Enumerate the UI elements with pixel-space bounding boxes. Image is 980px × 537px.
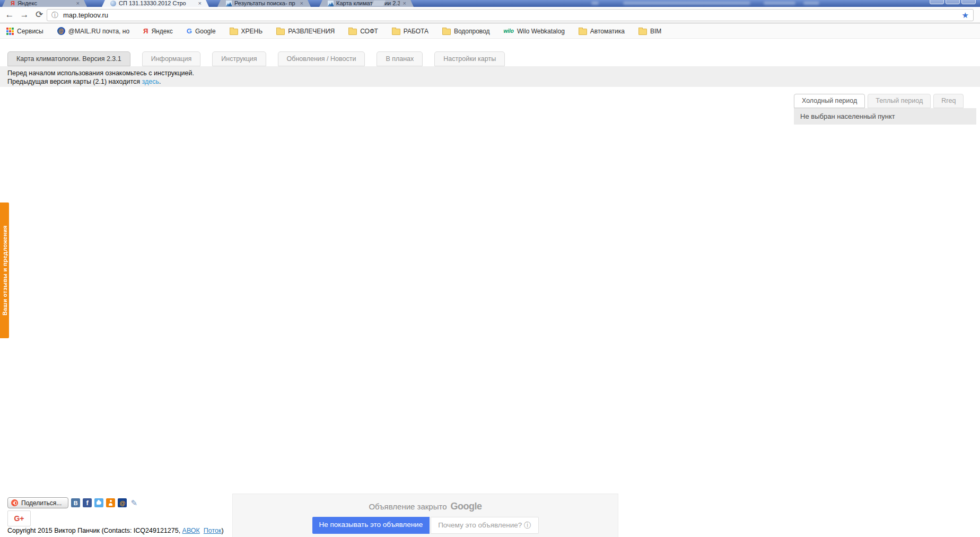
previous-version-link[interactable]: здесь bbox=[142, 78, 159, 85]
mailru-share-icon[interactable]: @ bbox=[118, 498, 127, 507]
bookmark-bim[interactable]: BIM bbox=[638, 27, 661, 35]
bookmark-google[interactable]: G Google bbox=[187, 27, 216, 35]
bookmark-avtomatika[interactable]: Автоматика bbox=[579, 27, 625, 35]
bookmark-soft[interactable]: СОФТ bbox=[348, 27, 378, 35]
bookmark-label: Водопровод bbox=[454, 28, 490, 35]
notice-line2: Предыдущая версия карты (2.1) находится … bbox=[7, 77, 980, 86]
tab-close-icon[interactable]: × bbox=[76, 1, 80, 6]
tab-nastroyki-karty[interactable]: Настройки карты bbox=[434, 51, 505, 66]
bookmark-razvlecheniya[interactable]: РАЗВЛЕЧЕНИЯ bbox=[276, 27, 335, 35]
folder-icon bbox=[348, 29, 357, 35]
titlebar-smudge bbox=[803, 2, 819, 5]
tab-karta-klimatologii[interactable]: Карта климатологии. Версия 2.3.1 bbox=[7, 51, 130, 66]
tab-rreq[interactable]: Rreq bbox=[933, 94, 964, 108]
tab-v-planah[interactable]: В планах bbox=[377, 51, 423, 66]
avok-link[interactable]: АВОК bbox=[182, 527, 200, 534]
window-titlebar: Я Яндекс × СП 131.13330.2012 Стро × Резу… bbox=[0, 0, 980, 7]
ad-closed-text: Объявление закрытоGoogle bbox=[233, 501, 618, 512]
browser-tab-sp131[interactable]: СП 131.13330.2012 Стро × bbox=[102, 0, 209, 7]
bookmark-vodoprovod[interactable]: Водопровод bbox=[442, 27, 490, 35]
bookmark-label: Сервисы bbox=[17, 28, 43, 35]
potok-link[interactable]: Поток bbox=[204, 527, 222, 534]
bookmark-servisy[interactable]: Сервисы bbox=[6, 28, 43, 35]
tab-warm-period[interactable]: Теплый период bbox=[868, 94, 931, 108]
yandex-favicon-icon: Я bbox=[11, 1, 15, 6]
bookmark-label: @MAIL.RU почта, но bbox=[68, 28, 129, 35]
folder-icon bbox=[579, 29, 587, 35]
bookmark-star-icon[interactable]: ★ bbox=[962, 11, 969, 20]
ad-closed-label: Объявление закрыто bbox=[369, 502, 447, 511]
bookmark-label: BIM bbox=[650, 28, 661, 35]
google-plus-button[interactable]: G+ bbox=[7, 510, 31, 526]
page-info-icon[interactable]: ⓘ bbox=[51, 11, 58, 20]
url-text[interactable]: map.teploov.ru bbox=[63, 11, 108, 19]
back-icon[interactable]: ← bbox=[3, 8, 16, 22]
tab-cold-period[interactable]: Холодный период bbox=[794, 94, 865, 108]
notice-line1: Перед началом использования ознакомьтесь… bbox=[7, 69, 980, 77]
links-space bbox=[200, 527, 204, 534]
yandex-icon: Я bbox=[143, 27, 148, 35]
notice-band: Перед началом использования ознакомьтесь… bbox=[0, 66, 980, 87]
browser-tab-climate-map[interactable]: Карта климатологии 2.3 × bbox=[319, 0, 414, 7]
share-icon bbox=[11, 499, 18, 506]
side-panel-message: Не выбран населенный пункт bbox=[794, 108, 976, 125]
mailru-icon: @ bbox=[57, 27, 65, 35]
tab-close-icon[interactable]: × bbox=[403, 1, 406, 6]
forward-icon[interactable]: → bbox=[18, 8, 31, 22]
folder-icon bbox=[638, 29, 647, 35]
bookmark-label: Автоматика bbox=[590, 28, 625, 35]
notice-line2-text: Предыдущая версия карты (2.1) находится bbox=[7, 78, 142, 85]
browser-toolbar: ← → ⟳ ⓘ map.teploov.ru ★ bbox=[0, 7, 980, 23]
notice-line2-period: . bbox=[159, 78, 161, 85]
folder-icon bbox=[276, 29, 285, 35]
copyright-line: Copyright 2015 Виктор Панчик (Contacts: … bbox=[7, 527, 224, 534]
ad-why-button[interactable]: Почему это объявление? ⓘ bbox=[431, 517, 538, 534]
browser-tab-title: Результаты поиска- пр bbox=[234, 0, 297, 6]
bookmark-rabota[interactable]: РАБОТА bbox=[392, 27, 428, 35]
twitter-icon[interactable] bbox=[94, 498, 103, 507]
twitter-bird-icon bbox=[97, 501, 101, 505]
ad-why-label: Почему это объявление? bbox=[438, 521, 522, 529]
close-button[interactable] bbox=[961, 0, 976, 4]
tab-close-icon[interactable]: × bbox=[300, 1, 303, 6]
ad-dismiss-button[interactable]: Не показывать это объявление bbox=[312, 517, 430, 534]
bookmark-wilo[interactable]: wilo Wilo Webkatalog bbox=[504, 28, 565, 35]
browser-tab-title: Карта климатологии 2.3 bbox=[336, 0, 400, 6]
bookmark-label: РАЗВЛЕЧЕНИЯ bbox=[288, 28, 335, 35]
address-bar[interactable]: ⓘ map.teploov.ru ★ bbox=[47, 9, 974, 21]
facebook-icon[interactable]: f bbox=[83, 498, 92, 507]
browser-window: Я Яндекс × СП 131.13330.2012 Стро × Резу… bbox=[0, 0, 980, 537]
maximize-button[interactable] bbox=[946, 0, 960, 4]
share-button-label: Поделиться... bbox=[21, 499, 62, 507]
vk-icon[interactable]: В bbox=[71, 498, 80, 507]
wilo-logo-icon: wilo bbox=[504, 28, 514, 34]
odnoklassniki-person-icon bbox=[109, 500, 112, 506]
odnoklassniki-icon[interactable] bbox=[106, 498, 115, 507]
tab-obnovleniya-novosti[interactable]: Обновления / Новости bbox=[278, 51, 365, 66]
share-button[interactable]: Поделиться... bbox=[7, 497, 68, 508]
titlebar-smudge bbox=[623, 2, 750, 5]
tab-informaciya[interactable]: Информация bbox=[142, 51, 201, 66]
bookmark-label: Google bbox=[195, 28, 216, 35]
bookmark-hren[interactable]: ХРЕНЬ bbox=[230, 27, 263, 35]
google-icon: G bbox=[187, 27, 192, 35]
reload-icon[interactable]: ⟳ bbox=[33, 8, 46, 22]
feedback-banner[interactable]: Ваши отзывы и предложения bbox=[0, 203, 9, 338]
google-logo: Google bbox=[451, 501, 482, 512]
tab-instrukciya[interactable]: Инструкция bbox=[212, 51, 266, 66]
bookmark-mailru[interactable]: @ @MAIL.RU почта, но bbox=[57, 27, 129, 35]
new-tab-button[interactable] bbox=[372, 1, 386, 6]
titlebar-smudge bbox=[591, 2, 599, 5]
side-panel-tab-bar: Холодный период Теплый период Rreq bbox=[794, 94, 964, 108]
browser-tab-yandex[interactable]: Я Яндекс × bbox=[2, 0, 87, 7]
tab-close-icon[interactable]: × bbox=[198, 1, 202, 6]
map-favicon-icon bbox=[328, 1, 334, 6]
minimize-button[interactable] bbox=[930, 0, 944, 4]
ad-buttons: Не показывать это объявление Почему это … bbox=[233, 517, 618, 534]
bookmark-label: Wilo Webkatalog bbox=[517, 28, 565, 35]
browser-tab-search-results[interactable]: Результаты поиска- пр × bbox=[217, 0, 311, 7]
bookmark-yandex[interactable]: Я Яндекс bbox=[143, 27, 173, 35]
map-favicon-icon bbox=[226, 1, 232, 6]
pen-icon[interactable]: ✎ bbox=[129, 498, 138, 507]
globe-favicon-icon bbox=[110, 1, 116, 6]
